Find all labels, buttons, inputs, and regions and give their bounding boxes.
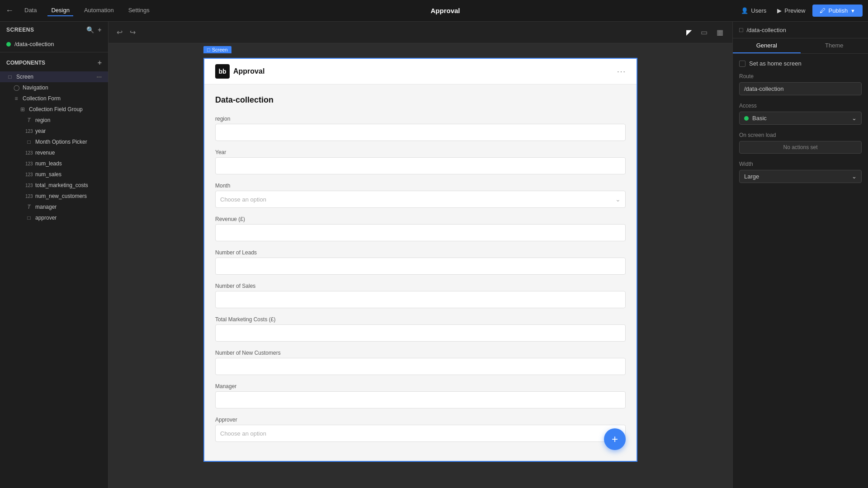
component-item-manager[interactable]: T manager <box>0 202 108 212</box>
publish-chevron-icon: ▼ <box>850 8 855 14</box>
app-header: bb Approval ⋯ <box>204 59 637 84</box>
form-select-approver-placeholder: Choose an option <box>220 430 266 437</box>
form-input-manager[interactable] <box>215 391 626 408</box>
component-item-revenue[interactable]: 123 revenue <box>0 147 108 158</box>
components-header-label: Components <box>6 60 45 66</box>
approver-comp-label: approver <box>35 215 102 221</box>
publish-button[interactable]: 🖊 Publish ▼ <box>812 5 863 17</box>
revenue-comp-icon: 123 <box>25 150 33 155</box>
form-input-year[interactable] <box>215 157 626 174</box>
desktop-view-button[interactable]: ◤ <box>684 26 694 38</box>
form-input-num-leads[interactable] <box>215 258 626 275</box>
form-input-total-marketing-costs[interactable] <box>215 324 626 342</box>
year-comp-icon: 123 <box>25 129 33 134</box>
page-title: Data-collection <box>215 95 626 105</box>
access-select[interactable]: Basic ⌄ <box>739 112 862 125</box>
tab-theme[interactable]: Theme <box>801 38 868 53</box>
screens-section-header: Screens 🔍 + <box>0 22 108 38</box>
collection-field-group-comp-icon: ⊞ <box>19 106 26 113</box>
width-label: Width <box>739 161 862 167</box>
tab-design[interactable]: Design <box>47 5 73 16</box>
topbar-center: Approval <box>157 7 734 14</box>
right-panel-path: /data-collection <box>746 27 786 33</box>
screen-item-data-collection[interactable]: /data-collection <box>0 38 108 50</box>
mobile-view-button[interactable]: ▦ <box>714 26 726 38</box>
component-item-screen[interactable]: □ Screen ••• <box>0 71 108 82</box>
tab-automation[interactable]: Automation <box>80 5 118 16</box>
component-item-num-sales[interactable]: 123 num_sales <box>0 169 108 180</box>
left-panel: Screens 🔍 + /data-collection Components … <box>0 22 108 488</box>
form-field-total-marketing-costs: Total Marketing Costs (£) <box>215 316 626 342</box>
tab-settings[interactable]: Settings <box>125 5 153 16</box>
right-panel-screen-icon: □ <box>739 26 743 33</box>
component-item-approver[interactable]: □ approver <box>0 212 108 223</box>
preview-button[interactable]: ▶ Preview <box>774 5 809 16</box>
form-field-num-sales: Number of Sales <box>215 283 626 308</box>
screen-label-text: Screen <box>212 47 228 52</box>
form-select-month[interactable]: Choose an option ⌄ <box>215 191 626 208</box>
form-input-revenue[interactable] <box>215 224 626 241</box>
right-panel-header: □ /data-collection <box>733 22 868 38</box>
right-panel-content: Set as home screen Route Access Basic ⌄ … <box>733 54 868 197</box>
screen-comp-icon: □ <box>6 74 14 80</box>
component-item-year[interactable]: 123 year <box>0 126 108 136</box>
num-new-customers-comp-icon: 123 <box>25 194 33 199</box>
num-sales-comp-icon: 123 <box>25 172 33 177</box>
component-item-navigation[interactable]: ◯ Navigation <box>0 82 108 93</box>
set-home-screen-label: Set as home screen <box>749 60 802 67</box>
width-select[interactable]: Large ⌄ <box>739 170 862 183</box>
num-leads-comp-icon: 123 <box>25 161 33 166</box>
set-home-screen-checkbox[interactable] <box>739 61 745 67</box>
navigation-comp-icon: ◯ <box>13 84 20 91</box>
num-sales-comp-label: num_sales <box>35 171 102 178</box>
width-field: Width Large ⌄ <box>739 161 862 183</box>
form-label-approver: Approver <box>215 417 626 423</box>
publish-icon: 🖊 <box>820 7 826 14</box>
component-item-collection-form[interactable]: ≡ Collection Form <box>0 93 108 104</box>
form-label-num-sales: Number of Sales <box>215 283 626 289</box>
users-button[interactable]: 👤 Users <box>737 5 770 16</box>
form-input-num-sales[interactable] <box>215 291 626 308</box>
tab-general[interactable]: General <box>733 38 801 53</box>
redo-button[interactable]: ↪ <box>128 26 137 38</box>
month-options-picker-comp-icon: □ <box>25 139 33 145</box>
region-comp-label: region <box>35 117 102 123</box>
canvas-area: ↩ ↪ ◤ ▭ ▦ □ Screen bb Approval <box>108 22 732 488</box>
back-button[interactable]: ← <box>5 6 14 15</box>
add-component-button[interactable]: + <box>98 59 102 67</box>
access-dot-icon <box>744 116 749 121</box>
form-field-manager: Manager <box>215 383 626 408</box>
form-field-month: Month Choose an option ⌄ <box>215 183 626 208</box>
approver-comp-icon: □ <box>25 215 33 221</box>
on-screen-load-field: On screen load No actions set <box>739 132 862 154</box>
component-item-month-options-picker[interactable]: □ Month Options Picker <box>0 136 108 147</box>
component-item-num-new-customers[interactable]: 123 num_new_customers <box>0 191 108 202</box>
form-select-approver[interactable]: Choose an option ⌄ <box>215 425 626 442</box>
screen-comp-menu-icon[interactable]: ••• <box>96 74 102 80</box>
component-item-region[interactable]: T region <box>0 115 108 126</box>
fab-add-button[interactable]: + <box>604 428 626 450</box>
form-input-region[interactable] <box>215 124 626 141</box>
route-field: Route <box>739 73 862 95</box>
form-input-num-new-customers[interactable] <box>215 358 626 375</box>
main-layout: Screens 🔍 + /data-collection Components … <box>0 22 868 488</box>
screens-header-actions: 🔍 + <box>86 26 102 33</box>
users-label: Users <box>751 7 766 14</box>
collection-form-comp-label: Collection Form <box>23 95 102 102</box>
add-screen-icon[interactable]: + <box>98 26 102 33</box>
screen-label: □ Screen <box>203 46 231 53</box>
undo-button[interactable]: ↩ <box>115 26 124 38</box>
no-actions-badge: No actions set <box>739 141 862 154</box>
tab-data[interactable]: Data <box>21 5 40 16</box>
tablet-view-button[interactable]: ▭ <box>698 26 710 38</box>
component-item-num-leads[interactable]: 123 num_leads <box>0 158 108 169</box>
component-item-total-marketing-costs[interactable]: 123 total_marketing_costs <box>0 180 108 191</box>
component-item-collection-field-group[interactable]: ⊞ Collection Field Group <box>0 104 108 115</box>
users-icon: 👤 <box>741 7 748 14</box>
access-chevron-icon: ⌄ <box>852 115 857 122</box>
grid-menu-icon[interactable]: ⋯ <box>617 66 626 77</box>
form-select-month-chevron-icon: ⌄ <box>615 196 621 203</box>
route-input[interactable] <box>739 82 862 95</box>
width-value: Large <box>744 173 759 180</box>
search-icon[interactable]: 🔍 <box>86 26 94 33</box>
